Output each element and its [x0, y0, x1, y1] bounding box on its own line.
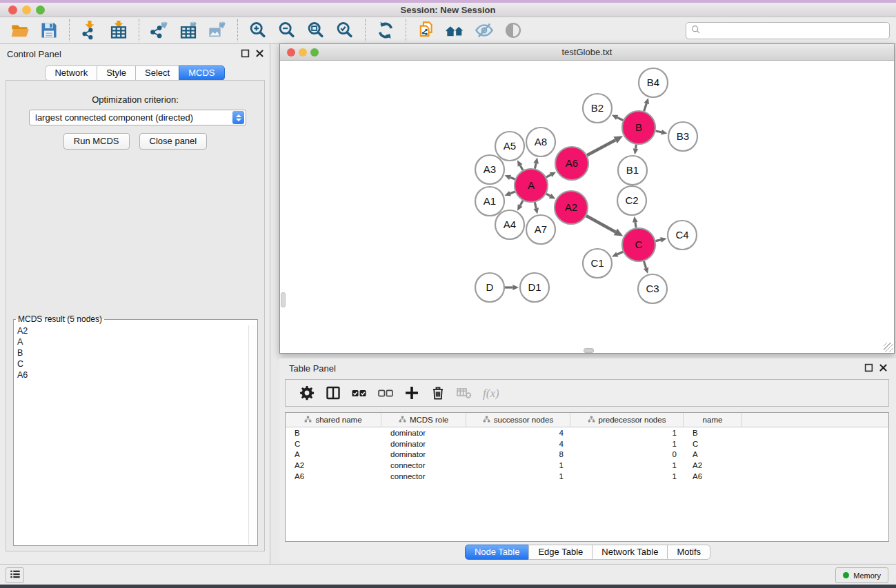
- zoom-traffic-light[interactable]: [36, 6, 45, 14]
- criterion-select[interactable]: largest connected component (directed): [29, 110, 246, 125]
- search-box[interactable]: [686, 22, 890, 39]
- close-panel-icon[interactable]: [255, 49, 264, 58]
- column-header-predecessor-nodes[interactable]: predecessor nodes: [570, 413, 684, 427]
- cell-MCDS-role: connector: [381, 461, 466, 469]
- tab-style[interactable]: Style: [97, 65, 136, 81]
- edge-B-to-B4[interactable]: [644, 103, 647, 111]
- save-session-icon[interactable]: [39, 20, 59, 41]
- export-network-icon[interactable]: [149, 20, 170, 41]
- zoom-selected-icon[interactable]: [335, 20, 355, 41]
- open-file-icon[interactable]: [10, 20, 30, 41]
- edge-C-to-C1[interactable]: [617, 252, 623, 254]
- close-traffic-light[interactable]: [8, 6, 17, 14]
- edge-B-to-B3[interactable]: [655, 131, 661, 132]
- cell-MCDS-role: dominator: [381, 450, 466, 458]
- mcds-result-item[interactable]: A6: [14, 369, 248, 381]
- export-table-icon[interactable]: [178, 20, 199, 41]
- float-panel-icon[interactable]: [241, 49, 250, 58]
- zoom-out-icon[interactable]: [277, 20, 297, 41]
- edge-A-to-A3[interactable]: [510, 177, 515, 179]
- table-panel-title: Table Panel: [289, 363, 336, 374]
- tab-network[interactable]: Network: [45, 65, 97, 81]
- edge-A-to-A1[interactable]: [510, 192, 515, 194]
- mcds-result-item[interactable]: B: [14, 347, 248, 358]
- edge-A-to-A5[interactable]: [520, 165, 523, 170]
- tab-network-table[interactable]: Network Table: [592, 545, 668, 560]
- edge-C-to-C3[interactable]: [644, 261, 646, 268]
- table-row[interactable]: Adominator80A: [286, 449, 888, 460]
- hide-eye-icon[interactable]: [474, 20, 495, 41]
- tab-node-table[interactable]: Node Table: [465, 545, 530, 560]
- toolbar-group-4: [238, 19, 366, 41]
- network-window-titlebar[interactable]: testGlobe.txt: [280, 44, 894, 61]
- close-panel-button[interactable]: Close panel: [139, 133, 208, 150]
- resize-grip[interactable]: [884, 343, 893, 352]
- home-icon[interactable]: [445, 20, 466, 41]
- mcds-result-item[interactable]: A2: [14, 325, 248, 336]
- close-table-panel-icon[interactable]: [879, 363, 888, 372]
- network-minimize-traffic-light[interactable]: [299, 48, 307, 57]
- search-input[interactable]: [704, 26, 885, 36]
- edge-A2-to-C[interactable]: [586, 216, 615, 232]
- result-scrollbar[interactable]: [248, 325, 257, 545]
- mcds-result-item[interactable]: C: [14, 358, 248, 369]
- edge-C-to-C4[interactable]: [655, 240, 661, 241]
- deselect-all-icon[interactable]: [377, 384, 395, 402]
- edge-A-to-A6[interactable]: [546, 175, 551, 178]
- network-canvas[interactable]: B4B2BB3A5A8A6B1A3AA1C2A2A4A7C4CC1DD1C3: [280, 61, 894, 353]
- edge-A-to-A8[interactable]: [535, 163, 536, 169]
- table-row[interactable]: A2connector11A2: [286, 460, 888, 471]
- memory-button[interactable]: Memory: [835, 567, 888, 583]
- network-zoom-traffic-light[interactable]: [310, 48, 319, 57]
- table-row[interactable]: Cdominator41C: [286, 438, 888, 449]
- column-header-name[interactable]: name: [684, 413, 742, 427]
- toolbar-group-6: [406, 19, 533, 41]
- run-mcds-button[interactable]: Run MCDS: [63, 133, 130, 150]
- toggle-columns-icon[interactable]: [324, 384, 342, 402]
- add-column-icon[interactable]: [403, 384, 421, 402]
- node-label-A7: A7: [535, 223, 547, 235]
- import-network-icon[interactable]: [79, 20, 100, 41]
- float-table-panel-icon[interactable]: [864, 363, 873, 372]
- column-header-MCDS-role[interactable]: MCDS role: [381, 413, 466, 427]
- export-image-icon[interactable]: [207, 20, 228, 41]
- tab-motifs[interactable]: Motifs: [667, 545, 710, 560]
- node-label-C: C: [635, 239, 643, 250]
- tab-edge-table[interactable]: Edge Table: [528, 545, 593, 560]
- column-header-successor-nodes[interactable]: successor nodes: [466, 413, 570, 427]
- cell-successor-nodes: 1: [466, 472, 570, 480]
- edge-A-to-A2[interactable]: [546, 194, 550, 196]
- settings-gear-icon[interactable]: [298, 384, 316, 402]
- attribute-tree-icon: [483, 416, 490, 425]
- select-all-icon[interactable]: [350, 384, 368, 402]
- column-header-shared-name[interactable]: shared name: [286, 413, 381, 427]
- edge-A-to-A7[interactable]: [535, 202, 536, 208]
- status-menu-button[interactable]: [6, 567, 24, 583]
- clone-network-icon[interactable]: [416, 20, 437, 41]
- zoom-fit-icon[interactable]: [306, 20, 326, 41]
- horizontal-scroll-thumb[interactable]: [584, 348, 594, 353]
- delete-rows-icon[interactable]: [429, 384, 447, 402]
- cell-predecessor-nodes: 1: [570, 472, 684, 480]
- import-table-icon[interactable]: [108, 20, 129, 41]
- mcds-result-item[interactable]: A: [14, 336, 248, 347]
- cell-MCDS-role: dominator: [381, 429, 466, 437]
- search-icon: [690, 24, 701, 38]
- edge-C-to-C2[interactable]: [635, 222, 636, 227]
- toolbar-group-5: [366, 19, 406, 41]
- node-label-A5: A5: [504, 140, 516, 152]
- edge-A6-to-B[interactable]: [587, 140, 615, 155]
- tab-select[interactable]: Select: [135, 65, 179, 81]
- zoom-in-icon[interactable]: [248, 20, 268, 41]
- table-row[interactable]: A6connector11A6: [286, 471, 888, 482]
- edge-B-to-B1[interactable]: [636, 145, 637, 149]
- network-close-traffic-light[interactable]: [287, 48, 295, 57]
- refresh-layout-icon[interactable]: [375, 20, 396, 41]
- show-eye-icon[interactable]: [503, 20, 524, 41]
- table-row[interactable]: Bdominator41B: [286, 427, 888, 438]
- vertical-scroll-thumb[interactable]: [281, 292, 286, 307]
- minimize-traffic-light[interactable]: [22, 6, 31, 14]
- edge-B-to-B2[interactable]: [617, 117, 624, 120]
- edge-A-to-A4[interactable]: [520, 201, 523, 205]
- tab-mcds[interactable]: MCDS: [179, 65, 224, 81]
